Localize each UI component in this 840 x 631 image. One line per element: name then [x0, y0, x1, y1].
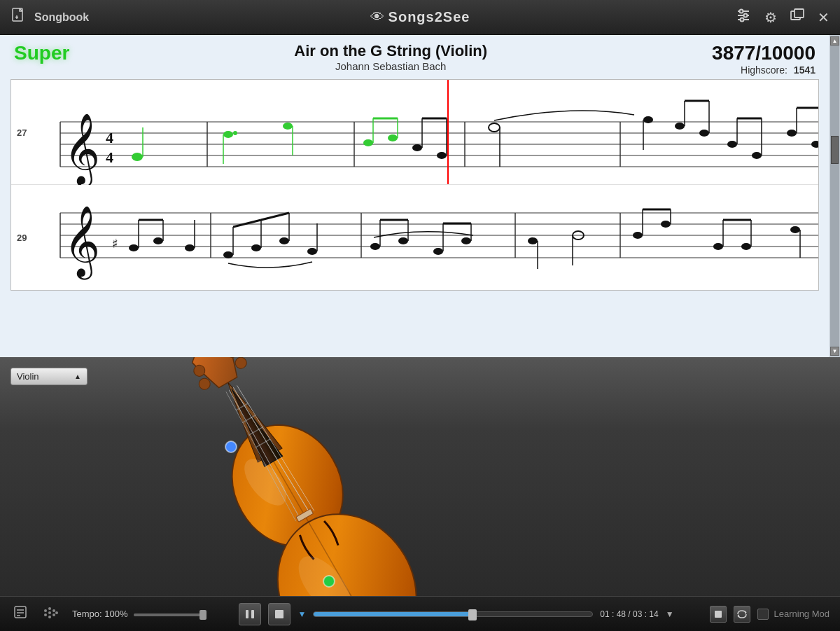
time-display: 01 : 48 / 03 : 14 — [600, 609, 658, 619]
svg-text:♯: ♯ — [112, 237, 118, 251]
sheet-row-2: 29 — [11, 185, 818, 290]
progress-track[interactable] — [313, 611, 593, 617]
svg-point-42 — [489, 123, 500, 132]
svg-point-101 — [528, 237, 538, 244]
playback-controls: ▼ 01 : 48 / 03 : 14 ▼ — [214, 603, 699, 625]
staff-svg-row2: 𝄞 ♯ — [11, 185, 818, 290]
svg-point-110 — [713, 243, 723, 250]
progress-thumb[interactable] — [468, 609, 477, 620]
tempo-fill — [134, 613, 204, 616]
svg-point-46 — [675, 123, 685, 130]
svg-point-87 — [307, 248, 317, 255]
svg-text:𝄞: 𝄞 — [64, 206, 100, 280]
svg-point-91 — [370, 243, 380, 250]
scroll-track[interactable] — [830, 46, 839, 347]
svg-point-115 — [790, 226, 800, 233]
svg-rect-151 — [275, 610, 284, 618]
tempo-label: Tempo: 100% — [72, 609, 128, 619]
svg-point-76 — [153, 237, 163, 244]
learning-mod-section: Learning Mod — [757, 609, 830, 620]
bottom-toolbar: Tempo: 100% ▼ — [0, 596, 840, 631]
svg-point-51 — [727, 141, 737, 148]
mixer-icon[interactable] — [735, 7, 752, 27]
svg-rect-150 — [251, 610, 254, 618]
tempo-thumb[interactable] — [200, 610, 206, 620]
scroll-down-btn[interactable]: ▼ — [830, 347, 839, 356]
svg-point-146 — [52, 609, 55, 612]
svg-point-53 — [752, 152, 762, 159]
title-bar: Songbook 👁 Songs2See ⚙ ✕ — [0, 0, 840, 35]
tempo-slider[interactable] — [134, 613, 204, 616]
svg-point-142 — [44, 613, 47, 616]
progress-fill — [314, 612, 472, 616]
sheet-music: 27 — [10, 79, 819, 291]
settings-icon[interactable]: ⚙ — [764, 9, 777, 26]
svg-point-48 — [699, 130, 709, 137]
right-controls: Learning Mod — [710, 606, 830, 623]
learning-mod-checkbox[interactable] — [757, 609, 769, 620]
song-title: Air on the G String (Violin) — [69, 42, 712, 60]
sheet-row-1: 27 — [11, 80, 818, 185]
score-notes-btn[interactable] — [10, 602, 30, 625]
finger-dot-blue — [225, 441, 237, 452]
svg-point-8 — [741, 18, 744, 22]
staff-svg-row1: 𝄞 4 4 — [11, 80, 818, 185]
stop-btn[interactable] — [268, 603, 290, 625]
svg-point-30 — [283, 123, 293, 130]
learning-mod-label: Learning Mod — [774, 609, 830, 619]
svg-point-98 — [461, 237, 471, 244]
song-composer: Johann Sebastian Bach — [69, 60, 712, 72]
scroll-thumb[interactable] — [831, 136, 839, 164]
svg-line-89 — [261, 213, 289, 220]
violin-image — [91, 357, 651, 596]
svg-rect-149 — [246, 610, 248, 618]
instrument-selector[interactable]: Violin ▲ — [10, 368, 88, 385]
svg-point-85 — [279, 237, 289, 244]
svg-point-6 — [740, 10, 743, 13]
progress-end-triangle: ▼ — [666, 609, 674, 619]
playhead — [447, 80, 449, 184]
scroll-up-btn[interactable]: ▲ — [830, 36, 839, 46]
svg-point-141 — [44, 609, 47, 612]
highscore-label: Highscore: 1541 — [712, 64, 816, 76]
svg-point-145 — [48, 616, 51, 618]
new-file-icon[interactable] — [10, 7, 27, 27]
tempo-section: Tempo: 100% — [72, 609, 204, 619]
svg-point-144 — [48, 611, 51, 614]
title-bar-right: ⚙ ✕ — [735, 7, 830, 27]
svg-point-147 — [52, 613, 55, 616]
svg-point-44 — [643, 116, 653, 123]
svg-point-29 — [233, 131, 237, 135]
svg-point-105 — [633, 232, 643, 239]
midi-icon[interactable] — [41, 604, 62, 625]
svg-point-25 — [132, 153, 143, 161]
instrument-area: Violin ▲ — [0, 357, 840, 596]
finger-dot-green — [323, 576, 335, 587]
pause-btn[interactable] — [239, 603, 261, 625]
progress-start-triangle: ▼ — [298, 609, 306, 619]
svg-point-96 — [433, 248, 443, 255]
score-area: Super Air on the G String (Violin) Johan… — [0, 35, 840, 357]
app-title: Songs2See — [388, 9, 470, 25]
close-icon[interactable]: ✕ — [818, 9, 830, 26]
svg-line-90 — [233, 220, 261, 227]
svg-point-148 — [55, 611, 58, 614]
svg-point-107 — [661, 221, 671, 228]
app-logo-eye: 👁 — [370, 9, 384, 25]
score-scrollbar[interactable]: ▲ ▼ — [830, 35, 840, 357]
stop-square-btn[interactable] — [710, 606, 727, 623]
restore-icon[interactable] — [790, 8, 805, 27]
loop-btn[interactable] — [734, 606, 750, 623]
score-header: Super Air on the G String (Violin) Johan… — [10, 42, 819, 76]
main-content: Super Air on the G String (Violin) Johan… — [0, 35, 840, 631]
score-info: 3877/10000 Highscore: 1541 — [712, 42, 816, 76]
svg-point-27 — [223, 131, 233, 138]
svg-point-93 — [398, 237, 408, 244]
svg-point-7 — [744, 14, 748, 18]
svg-point-83 — [251, 244, 261, 251]
svg-point-34 — [388, 134, 398, 141]
svg-text:𝄞: 𝄞 — [64, 113, 100, 185]
instrument-name: Violin — [17, 371, 39, 382]
score-value: 3877/10000 — [712, 42, 816, 64]
song-info: Air on the G String (Violin) Johann Seba… — [69, 42, 712, 72]
